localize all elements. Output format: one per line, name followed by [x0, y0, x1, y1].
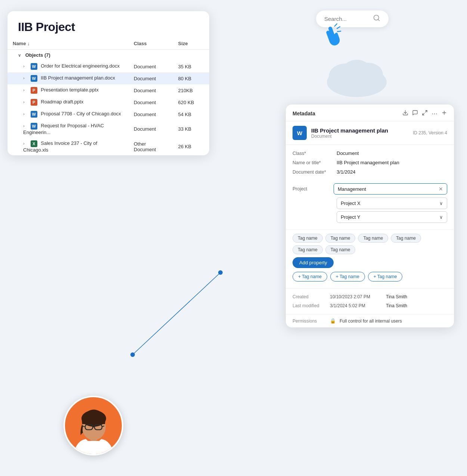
lock-icon: 🔒 [330, 318, 336, 324]
permissions-label: Permissions [293, 318, 326, 324]
svg-line-7 [337, 27, 340, 28]
metadata-doc-row: W IIB Project management plan Document I… [286, 121, 454, 145]
permissions-section: Permissions 🔒 Full control for all inter… [286, 314, 454, 327]
plus-icon[interactable] [441, 110, 447, 117]
col-header-class: Class [129, 38, 173, 50]
project-item-y[interactable]: Project Y ∨ [337, 211, 447, 223]
field-label-class: Class* [293, 151, 334, 156]
svg-line-8 [337, 31, 341, 32]
audit-row-modified: Last modified 3/1/2024 5:02 PM Tina Smit… [293, 301, 447, 310]
expand-icon: ∨ [18, 53, 22, 58]
field-row-date: Document date* 3/1/2024 [293, 167, 447, 177]
tag-badge[interactable]: Tag name [358, 234, 388, 243]
table-row[interactable]: › W Request for Proposal - HVAC Engineer… [7, 120, 209, 138]
objects-group-row[interactable]: ∨ Objects (7) [7, 50, 209, 61]
project-label-row: Project Management ✕ [293, 183, 447, 195]
tag-badge[interactable]: Tag name [293, 245, 323, 254]
audit-row-created: Created 10/10/2023 2:07 PM Tina Smith [293, 292, 447, 301]
add-property-button[interactable]: Add property [293, 257, 334, 268]
xls-icon: X [31, 140, 37, 147]
expand-icon[interactable] [422, 110, 428, 117]
project-close-button[interactable]: ✕ [439, 186, 443, 192]
chevron-right-icon: › [23, 64, 28, 68]
project-item-x[interactable]: Project X ∨ [337, 197, 447, 209]
field-row-class: Class* Document [293, 149, 447, 158]
scene: IIB Project Name ↓ Class Size ∨ Objects … [0, 0, 467, 476]
audit-section: Created 10/10/2023 2:07 PM Tina Smith La… [286, 288, 454, 314]
tag-badge[interactable]: Tag name [325, 234, 356, 243]
chevron-right-icon: › [23, 100, 28, 104]
table-row[interactable]: › P Roadmap draft.pptx Document 620 KB [7, 96, 209, 108]
metadata-panel: Metadata ⋯ [286, 105, 454, 327]
tag-add-button-3[interactable]: + Tag name [368, 272, 403, 281]
chevron-right-icon: › [23, 141, 28, 146]
audit-date-modified: 3/1/2024 5:02 PM [330, 303, 382, 308]
connector-dot-end [218, 270, 223, 275]
tag-add-row: + Tag name + Tag name + Tag name [293, 272, 447, 281]
table-row[interactable]: › W IIB Project management plan.docx Doc… [7, 72, 209, 84]
col-header-size: Size [173, 38, 209, 50]
chevron-right-icon: › [23, 76, 28, 80]
search-bar[interactable] [316, 10, 389, 27]
doc-icon-large: W [293, 126, 307, 140]
doc-name-block: IIB Project management plan Document [311, 127, 408, 139]
cloud-decoration [319, 49, 394, 99]
table-row[interactable]: › P Presentation template.pptx Document … [7, 84, 209, 96]
svg-line-9 [133, 273, 220, 355]
metadata-panel-title: Metadata [293, 111, 315, 116]
field-row-name: Name or title* IIB Project management pl… [293, 158, 447, 167]
file-browser-panel: IIB Project Name ↓ Class Size ∨ Objects … [7, 11, 209, 155]
avatar [64, 396, 123, 455]
audit-user-created: Tina Smith [386, 294, 407, 299]
download-icon[interactable] [402, 110, 408, 117]
permissions-value: Full control for all internal users [340, 318, 402, 324]
field-value-date: 3/1/2024 [337, 169, 356, 175]
table-row[interactable]: › W Order for Electrical engineering.doc… [7, 60, 209, 72]
word-icon: W [31, 111, 37, 118]
project-label: Project [293, 186, 334, 192]
ppt-icon: P [31, 87, 37, 94]
col-header-name[interactable]: Name ↓ [7, 38, 129, 50]
project-search-field[interactable]: Management ✕ [334, 183, 447, 195]
tag-badge[interactable]: Tag name [293, 234, 323, 243]
doc-name: IIB Project management plan [311, 127, 408, 134]
field-value-name: IIB Project management plan [337, 160, 399, 165]
tag-add-button-2[interactable]: + Tag name [330, 272, 365, 281]
search-input[interactable] [324, 16, 369, 22]
word-icon: W [31, 123, 37, 130]
word-icon: W [31, 63, 37, 70]
tag-add-button-1[interactable]: + Tag name [293, 272, 327, 281]
doc-id-version: ID 235, Version 4 [413, 130, 447, 136]
metadata-header: Metadata ⋯ [286, 105, 454, 121]
field-label-date: Document date* [293, 169, 334, 175]
project-dropdown: Project X ∨ Project Y ∨ [337, 197, 447, 223]
tag-badge[interactable]: Tag name [391, 234, 421, 243]
project-section: Project Management ✕ Project X ∨ Project… [286, 180, 454, 230]
files-table: Name ↓ Class Size ∨ Objects (7) [7, 38, 209, 155]
svg-line-6 [334, 24, 337, 26]
svg-line-12 [423, 113, 424, 115]
audit-label-modified: Last modified [293, 303, 326, 308]
doc-class-label: Document [311, 134, 408, 139]
comment-icon[interactable] [412, 110, 418, 117]
chevron-right-icon: › [23, 88, 28, 92]
chevron-right-icon: › [23, 124, 28, 128]
chevron-down-icon: ∨ [439, 214, 443, 220]
tags-section: Tag name Tag name Tag name Tag name Tag … [286, 230, 454, 288]
chevron-down-icon: ∨ [439, 200, 443, 206]
svg-line-5 [378, 19, 380, 21]
metadata-fields: Class* Document Name or title* IIB Proje… [286, 145, 454, 180]
search-icon [373, 14, 380, 24]
word-icon: W [31, 75, 37, 82]
audit-date-created: 10/10/2023 2:07 PM [330, 294, 382, 299]
table-row[interactable]: › W Proposal 7708 - City of Chicago.docx… [7, 108, 209, 120]
browser-title: IIB Project [7, 11, 209, 38]
field-value-class: Document [337, 150, 359, 156]
table-row[interactable]: › X Sales Invoice 237 - City of Chicago.… [7, 138, 209, 155]
more-icon[interactable]: ⋯ [432, 110, 437, 117]
chevron-right-icon: › [23, 112, 28, 116]
field-label-name: Name or title* [293, 160, 334, 165]
svg-point-3 [343, 60, 371, 82]
ppt-icon: P [31, 99, 37, 106]
tag-badge[interactable]: Tag name [325, 245, 356, 254]
